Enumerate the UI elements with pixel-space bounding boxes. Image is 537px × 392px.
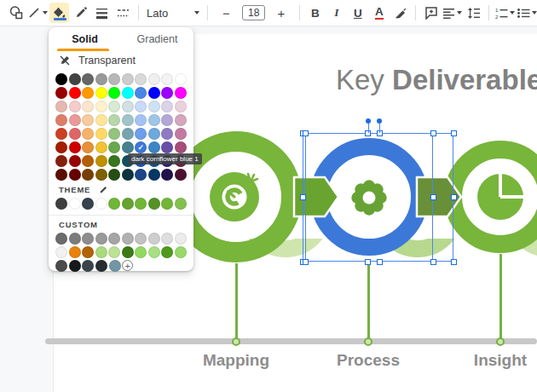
line-tool-button[interactable] <box>27 3 48 23</box>
color-swatch[interactable] <box>175 141 187 153</box>
color-swatch[interactable] <box>69 198 81 210</box>
color-swatch[interactable] <box>55 73 67 85</box>
color-swatch[interactable] <box>122 246 134 258</box>
color-swatch[interactable] <box>108 101 120 112</box>
color-swatch[interactable] <box>175 114 187 126</box>
color-swatch[interactable] <box>82 155 94 167</box>
color-swatch[interactable] <box>95 101 107 112</box>
color-swatch[interactable] <box>122 87 134 99</box>
color-swatch[interactable] <box>122 114 134 126</box>
color-swatch[interactable] <box>82 114 94 126</box>
color-swatch[interactable] <box>148 141 160 153</box>
color-swatch[interactable] <box>122 233 134 245</box>
resize-handle[interactable] <box>303 259 309 265</box>
border-color-button[interactable] <box>71 3 90 23</box>
increase-font-size-button[interactable]: + <box>268 3 294 23</box>
color-swatch[interactable] <box>95 128 107 140</box>
color-swatch[interactable] <box>82 260 94 272</box>
font-size-input[interactable]: 18 <box>242 5 265 20</box>
color-swatch[interactable] <box>161 141 173 153</box>
color-swatch[interactable] <box>135 169 147 181</box>
tab-solid[interactable]: Solid <box>49 27 121 51</box>
timeline-label-mapping[interactable]: Mapping <box>176 351 296 370</box>
timeline-label-process[interactable]: Process <box>309 351 428 370</box>
color-swatch[interactable] <box>55 141 67 153</box>
color-swatch[interactable] <box>122 73 134 85</box>
color-swatch[interactable] <box>69 141 81 153</box>
tab-gradient[interactable]: Gradient <box>121 27 193 51</box>
add-custom-color-button[interactable]: + <box>122 260 133 271</box>
color-swatch[interactable] <box>95 155 107 167</box>
color-swatch[interactable] <box>135 101 147 112</box>
highlight-color-button[interactable] <box>390 3 410 23</box>
resize-handle[interactable] <box>430 130 436 136</box>
color-swatch[interactable]: ✓ <box>135 141 147 153</box>
color-swatch[interactable] <box>82 141 94 153</box>
color-swatch[interactable] <box>122 169 134 181</box>
color-swatch[interactable] <box>82 246 94 258</box>
color-swatch[interactable] <box>108 198 120 210</box>
color-swatch[interactable] <box>135 87 147 99</box>
color-swatch[interactable] <box>69 233 81 245</box>
color-swatch[interactable] <box>82 233 94 245</box>
color-swatch[interactable] <box>95 73 107 85</box>
resize-handle[interactable] <box>451 130 457 136</box>
transparent-option[interactable]: Transparent <box>49 51 193 69</box>
resize-handle[interactable] <box>430 259 436 265</box>
rotation-handle[interactable] <box>377 118 382 124</box>
add-comment-button[interactable] <box>421 3 441 23</box>
color-swatch[interactable] <box>175 246 187 258</box>
underline-button[interactable]: U <box>348 3 367 23</box>
text-color-button[interactable]: A <box>369 3 389 23</box>
color-swatch[interactable] <box>69 260 81 272</box>
timeline-dot[interactable] <box>496 337 505 346</box>
color-swatch[interactable] <box>95 141 107 153</box>
color-swatch[interactable] <box>161 198 173 210</box>
color-swatch[interactable] <box>95 233 107 245</box>
color-swatch[interactable] <box>161 169 173 181</box>
color-swatch[interactable] <box>135 128 147 140</box>
color-swatch[interactable] <box>161 128 173 140</box>
bold-button[interactable]: B <box>305 3 325 23</box>
color-swatch[interactable] <box>108 114 120 126</box>
rotation-handle[interactable] <box>366 118 371 124</box>
color-swatch[interactable] <box>69 87 81 99</box>
color-swatch[interactable] <box>135 198 147 210</box>
align-button[interactable] <box>442 3 462 23</box>
color-swatch[interactable] <box>108 141 120 153</box>
color-swatch[interactable] <box>55 198 67 210</box>
border-dash-button[interactable] <box>113 3 133 23</box>
color-swatch[interactable] <box>55 128 67 140</box>
color-swatch[interactable] <box>135 114 147 126</box>
timeline-bar[interactable] <box>45 338 537 344</box>
edit-theme-icon[interactable] <box>99 185 108 194</box>
color-swatch[interactable] <box>69 73 81 85</box>
rotation-stem[interactable] <box>379 124 380 133</box>
timeline-dot[interactable] <box>232 337 240 346</box>
color-swatch[interactable] <box>135 233 147 245</box>
color-swatch[interactable] <box>122 141 134 153</box>
color-swatch[interactable] <box>135 73 147 85</box>
shapes-tool-button[interactable] <box>6 3 26 23</box>
color-swatch[interactable] <box>82 198 94 210</box>
target-gauge-icon[interactable] <box>210 170 263 223</box>
resize-handle[interactable] <box>451 194 457 200</box>
line-spacing-button[interactable] <box>464 3 483 23</box>
color-swatch[interactable] <box>55 246 67 258</box>
color-swatch[interactable] <box>108 233 120 245</box>
color-swatch[interactable] <box>148 87 160 99</box>
rotation-stem[interactable] <box>368 124 369 133</box>
resize-handle[interactable] <box>300 194 306 200</box>
color-swatch[interactable] <box>122 101 134 112</box>
color-swatch[interactable] <box>161 114 173 126</box>
color-swatch[interactable] <box>95 198 107 210</box>
color-swatch[interactable] <box>55 260 67 272</box>
color-swatch[interactable] <box>148 73 160 85</box>
color-swatch[interactable] <box>108 87 120 99</box>
color-swatch[interactable] <box>175 169 187 181</box>
color-swatch[interactable] <box>148 169 160 181</box>
color-swatch[interactable] <box>82 87 94 99</box>
color-swatch[interactable] <box>82 101 94 112</box>
color-swatch[interactable] <box>148 128 160 140</box>
color-swatch[interactable] <box>161 101 173 112</box>
